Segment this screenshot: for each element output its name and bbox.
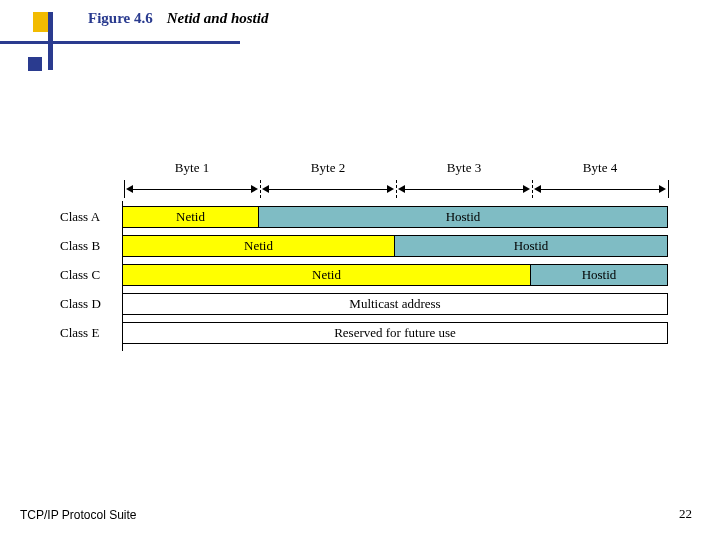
tick	[260, 180, 261, 198]
arrow-line	[268, 189, 388, 190]
byte-label: Byte 2	[260, 160, 396, 176]
class-body: Reserved for future use	[122, 322, 668, 344]
arrowhead-right-icon	[251, 185, 258, 193]
arrow-line	[404, 189, 524, 190]
segment-multicast: Multicast address	[123, 294, 667, 314]
netid-hostid-diagram: Byte 1 Byte 2 Byte 3 Byte 4	[60, 160, 668, 351]
class-body: Netid Hostid	[122, 264, 668, 286]
tick	[124, 180, 125, 198]
arrow-line	[540, 189, 660, 190]
segment-hostid: Hostid	[531, 265, 667, 285]
class-body: Netid Hostid	[122, 206, 668, 228]
byte-label: Byte 1	[124, 160, 260, 176]
byte-label: Byte 3	[396, 160, 532, 176]
segment-netid: Netid	[123, 265, 531, 285]
figure-label: Figure 4.6	[88, 10, 153, 27]
segment-reserved: Reserved for future use	[123, 323, 667, 343]
class-body: Multicast address	[122, 293, 668, 315]
class-row: Class B Netid Hostid	[60, 235, 668, 257]
slide-title: Figure 4.6 Netid and hostid	[88, 10, 268, 27]
arrowhead-right-icon	[659, 185, 666, 193]
segment-netid: Netid	[123, 236, 395, 256]
tick	[532, 180, 533, 198]
tick	[396, 180, 397, 198]
class-row: Class E Reserved for future use	[60, 322, 668, 344]
class-label: Class C	[60, 264, 122, 286]
byte-extent-arrows	[124, 180, 668, 198]
class-rows: Class A Netid Hostid Class B Netid Hosti…	[60, 206, 668, 344]
arrowhead-right-icon	[387, 185, 394, 193]
class-label: Class E	[60, 322, 122, 344]
tick	[668, 180, 669, 198]
decor-vertical-bar	[48, 12, 53, 70]
class-row: Class C Netid Hostid	[60, 264, 668, 286]
arrow-line	[132, 189, 252, 190]
decor-blue-square	[28, 57, 42, 71]
arrowhead-right-icon	[523, 185, 530, 193]
segment-netid: Netid	[123, 207, 259, 227]
class-label: Class A	[60, 206, 122, 228]
segment-hostid: Hostid	[259, 207, 667, 227]
footer-source: TCP/IP Protocol Suite	[20, 508, 137, 522]
byte-header-row: Byte 1 Byte 2 Byte 3 Byte 4	[124, 160, 668, 204]
class-label: Class B	[60, 235, 122, 257]
page-number: 22	[679, 506, 692, 522]
class-row: Class D Multicast address	[60, 293, 668, 315]
segment-hostid: Hostid	[395, 236, 667, 256]
row-left-tick	[122, 317, 123, 351]
figure-title: Netid and hostid	[167, 10, 269, 27]
byte-label: Byte 4	[532, 160, 668, 176]
class-row: Class A Netid Hostid	[60, 206, 668, 228]
decor-gold-square	[33, 12, 53, 32]
class-label: Class D	[60, 293, 122, 315]
decor-horizontal-bar	[0, 41, 240, 44]
class-body: Netid Hostid	[122, 235, 668, 257]
